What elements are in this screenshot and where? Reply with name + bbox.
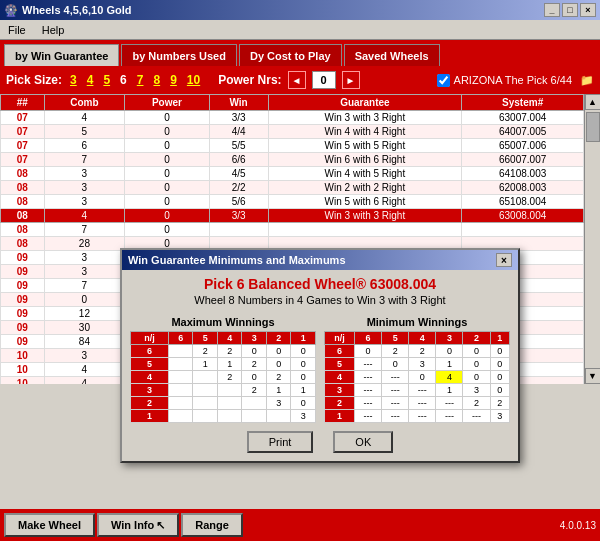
max-col-4: 4 (217, 332, 242, 345)
modal-close-button[interactable]: × (496, 253, 512, 267)
max-col-6: 6 (168, 332, 193, 345)
min-table-row: 1---------------3 (325, 410, 510, 423)
min-col-4: 4 (409, 332, 436, 345)
min-col-5: 5 (382, 332, 409, 345)
modal-header-title: Pick 6 Balanced Wheel® 63008.004 (122, 270, 518, 294)
max-col-5: 5 (193, 332, 218, 345)
min-winnings-table: Minimum Winnings n/j 6 5 4 3 2 1 (324, 316, 510, 423)
min-table-row: 3---------130 (325, 384, 510, 397)
max-table-row: 42020 (131, 371, 316, 384)
modal-titlebar: Win Guarantee Minimums and Maximums × (122, 250, 518, 270)
max-section-title: Maximum Winnings (130, 316, 316, 328)
modal-title: Win Guarantee Minimums and Maximums (128, 254, 346, 266)
max-table-row: 511200 (131, 358, 316, 371)
min-table-row: 5---03100 (325, 358, 510, 371)
max-table-row: 622000 (131, 345, 316, 358)
min-table-row: 6022000 (325, 345, 510, 358)
ok-button[interactable]: OK (333, 431, 393, 453)
min-col-nj: n/j (325, 332, 355, 345)
min-col-3: 3 (436, 332, 463, 345)
modal-win-guarantee: Win Guarantee Minimums and Maximums × Pi… (120, 248, 520, 463)
min-col-2: 2 (463, 332, 490, 345)
max-col-3: 3 (242, 332, 267, 345)
min-section-title: Minimum Winnings (324, 316, 510, 328)
max-col-1: 1 (291, 332, 316, 345)
modal-overlay: Win Guarantee Minimums and Maximums × Pi… (0, 0, 600, 541)
modal-body: Maximum Winnings n/j 6 5 4 3 2 1 (122, 312, 518, 461)
min-table-row: 2------------22 (325, 397, 510, 410)
max-table-row: 3211 (131, 384, 316, 397)
print-button[interactable]: Print (247, 431, 314, 453)
max-table-row: 230 (131, 397, 316, 410)
modal-buttons: Print OK (130, 431, 510, 453)
min-col-6: 6 (355, 332, 382, 345)
min-col-1: 1 (490, 332, 509, 345)
max-col-nj: n/j (131, 332, 169, 345)
max-winnings-table: Maximum Winnings n/j 6 5 4 3 2 1 (130, 316, 316, 423)
modal-header-sub: Wheel 8 Numbers in 4 Games to Win 3 with… (122, 294, 518, 312)
max-table-row: 13 (131, 410, 316, 423)
max-col-2: 2 (266, 332, 291, 345)
min-table-row: 4------0400 (325, 371, 510, 384)
modal-tables: Maximum Winnings n/j 6 5 4 3 2 1 (130, 316, 510, 423)
